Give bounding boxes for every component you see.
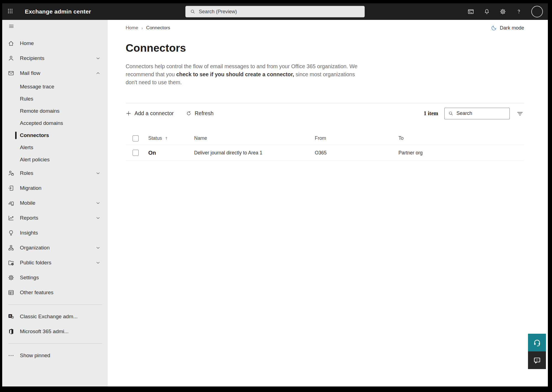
column-header-status-label: Status [148,135,162,141]
reports-icon [8,215,14,221]
dark-mode-toggle[interactable]: Dark mode [491,25,524,31]
row-checkbox[interactable] [133,150,139,156]
support-button[interactable] [528,334,546,351]
filter-icon[interactable] [516,109,524,118]
svg-text:E: E [9,314,11,317]
sidebar-item-microsoft-365-admi[interactable]: Microsoft 365 admi... [2,324,108,339]
sidebar-item-classic-exchange-adm[interactable]: EClassic Exchange adm... [2,309,108,324]
chevron-down-icon [96,56,101,61]
global-search-placeholder: Search (Preview) [199,9,237,15]
dark-mode-label: Dark mode [500,25,524,31]
sidebar-item-label: Connectors [20,132,49,138]
list-search-input[interactable]: Search [444,108,510,119]
sidebar-item-home[interactable]: Home [2,36,108,51]
moon-icon [491,25,497,31]
refresh-button[interactable]: Refresh [186,110,213,117]
sidebar-item-public-folders[interactable]: Public folders [2,255,108,270]
column-header-to[interactable]: To [398,135,524,141]
refresh-label: Refresh [195,110,213,117]
table-row[interactable]: On Deliver journal directly to Area 1 O3… [126,145,524,161]
topbar-actions [467,6,548,17]
sidebar-item-settings[interactable]: Settings [2,270,108,285]
main-content: Home › Connectors Dark mode Connectors C… [108,20,548,386]
selected-indicator [15,132,17,139]
sidebar-item-label: Mobile [20,200,35,206]
column-header-from-label: From [315,135,326,141]
roles-icon [8,170,14,177]
person-icon [8,55,14,62]
sidebar-item-label: Message trace [20,84,54,90]
item-count: 1 item [424,110,438,117]
sidebar-item-roles[interactable]: Roles [2,166,108,181]
other-features-icon [8,289,14,296]
sidebar-item-label: Classic Exchange adm... [20,314,78,320]
sidebar-item-reports[interactable]: Reports [2,211,108,225]
sidebar-item-label: Recipients [20,55,44,61]
sidebar-item-migration[interactable]: Migration [2,181,108,196]
organization-icon [8,244,14,251]
table-header-row: Status Name From To [126,132,524,145]
row-status: On [148,150,194,156]
help-icon[interactable] [515,8,522,15]
column-header-name[interactable]: Name [194,135,315,141]
sidebar-divider [8,343,102,344]
page-description: Connectors help control the flow of emai… [126,62,362,86]
breadcrumb-connectors[interactable]: Connectors [146,25,170,31]
sidebar-item-label: Public folders [20,260,51,266]
list-search-placeholder: Search [456,111,472,116]
sidebar-item-mail-flow[interactable]: Mail flow [2,66,108,81]
sidebar-item-alert-policies[interactable]: Alert policies [2,154,108,166]
sidebar-item-label: Alerts [20,144,33,151]
sidebar-item-other-features[interactable]: Other features [2,285,108,300]
global-search-input[interactable]: Search (Preview) [185,6,365,17]
sidebar-item-alerts[interactable]: Alerts [2,141,108,154]
sidebar-item-rules[interactable]: Rules [2,93,108,105]
chevron-down-icon [96,215,101,220]
avatar[interactable] [531,6,543,17]
search-icon [448,111,453,116]
column-header-to-label: To [398,135,403,141]
page-title: Connectors [126,42,524,54]
sidebar-item-recipients[interactable]: Recipients [2,51,108,66]
feedback-button[interactable] [528,351,546,369]
sidebar-nav: HomeRecipientsMail flowMessage traceRule… [2,20,108,386]
sidebar-item-label: Migration [20,185,41,191]
sidebar-item-remote-domains[interactable]: Remote domains [2,105,108,117]
sidebar-item-mobile[interactable]: Mobile [2,196,108,211]
migration-icon [8,185,14,191]
chevron-down-icon [96,245,101,250]
page-description-emphasis[interactable]: check to see if you should create a conn… [176,71,294,77]
microsoft-365-icon [8,328,14,335]
column-header-status[interactable]: Status [148,135,194,141]
bell-icon[interactable] [483,8,490,15]
sidebar-item-show-pinned[interactable]: Show pinned [2,348,108,363]
sidebar-item-label: Show pinned [20,352,50,359]
add-connector-button[interactable]: Add a connector [126,110,174,117]
terminal-icon[interactable] [467,8,474,15]
sidebar-collapse-button[interactable] [2,20,108,34]
sort-ascending-icon [164,136,168,140]
list-toolbar: Add a connector Refresh 1 item Search [126,103,524,123]
row-name[interactable]: Deliver journal directly to Area 1 [194,150,315,156]
hamburger-icon [8,23,14,30]
select-all-checkbox[interactable] [133,135,139,141]
chevron-down-icon [96,260,101,265]
app-launcher-button[interactable] [2,3,18,20]
gear-icon[interactable] [499,8,506,15]
sidebar-item-accepted-domains[interactable]: Accepted domains [2,117,108,129]
plus-icon [126,111,131,116]
sidebar-item-label: Mail flow [20,70,40,76]
sidebar-item-insights[interactable]: Insights [2,225,108,240]
column-header-from[interactable]: From [315,135,398,141]
sidebar-item-label: Settings [20,275,39,281]
sidebar-item-label: Roles [20,170,33,176]
sidebar-item-label: Other features [20,290,53,296]
sidebar-divider [8,304,102,305]
sidebar-item-connectors[interactable]: Connectors [2,129,108,141]
sidebar-item-label: Microsoft 365 admi... [20,328,68,335]
top-app-bar: Exchange admin center Search (Preview) [2,3,548,20]
sidebar-item-label: Remote domains [20,108,60,114]
sidebar-item-organization[interactable]: Organization [2,240,108,255]
breadcrumb-home[interactable]: Home [126,25,138,31]
sidebar-item-message-trace[interactable]: Message trace [2,81,108,93]
